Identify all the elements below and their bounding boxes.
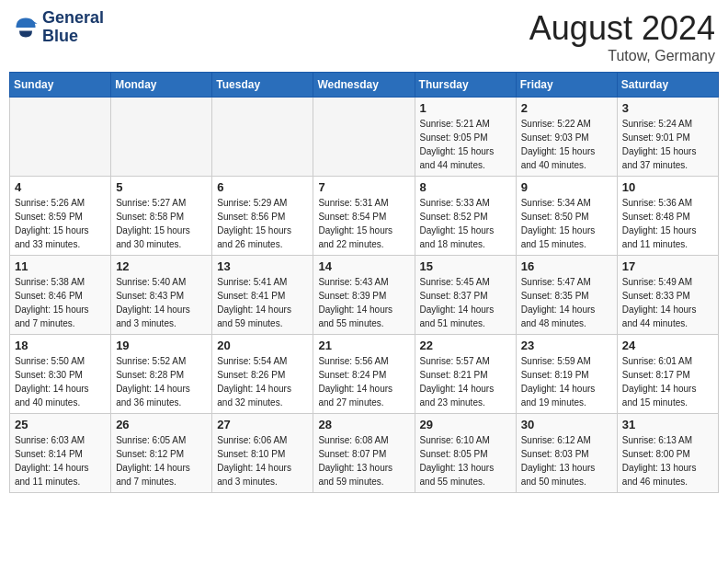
calendar-cell [212, 98, 313, 177]
calendar-cell: 28Sunrise: 6:08 AMSunset: 8:07 PMDayligh… [313, 414, 415, 493]
day-number: 7 [318, 180, 409, 194]
calendar-cell: 19Sunrise: 5:52 AMSunset: 8:28 PMDayligh… [111, 335, 212, 414]
calendar-table: SundayMondayTuesdayWednesdayThursdayFrid… [9, 72, 719, 493]
logo: General Blue [13, 9, 104, 46]
calendar-cell: 23Sunrise: 5:59 AMSunset: 8:19 PMDayligh… [516, 335, 617, 414]
day-detail: Sunrise: 5:56 AMSunset: 8:24 PMDaylight:… [318, 354, 409, 409]
calendar-cell: 2Sunrise: 5:22 AMSunset: 9:03 PMDaylight… [516, 98, 617, 177]
calendar-cell: 31Sunrise: 6:13 AMSunset: 8:00 PMDayligh… [617, 414, 718, 493]
calendar-cell [313, 98, 415, 177]
calendar-cell: 3Sunrise: 5:24 AMSunset: 9:01 PMDaylight… [617, 98, 718, 177]
calendar-cell: 14Sunrise: 5:43 AMSunset: 8:39 PMDayligh… [313, 256, 415, 335]
day-number: 16 [521, 259, 612, 273]
day-detail: Sunrise: 6:13 AMSunset: 8:00 PMDaylight:… [622, 433, 713, 488]
calendar-subtitle: Tutow, Germany [529, 48, 715, 64]
day-detail: Sunrise: 5:24 AMSunset: 9:01 PMDaylight:… [622, 117, 713, 172]
calendar-cell: 30Sunrise: 6:12 AMSunset: 8:03 PMDayligh… [516, 414, 617, 493]
day-number: 30 [521, 418, 612, 431]
calendar-cell: 10Sunrise: 5:36 AMSunset: 8:48 PMDayligh… [617, 177, 718, 256]
header-row: SundayMondayTuesdayWednesdayThursdayFrid… [10, 73, 719, 98]
title-block: August 2024 Tutow, Germany [529, 9, 715, 64]
day-detail: Sunrise: 6:10 AMSunset: 8:05 PMDaylight:… [420, 433, 511, 488]
day-detail: Sunrise: 5:49 AMSunset: 8:33 PMDaylight:… [622, 275, 713, 330]
day-detail: Sunrise: 5:40 AMSunset: 8:43 PMDaylight:… [116, 275, 207, 330]
day-header-monday: Monday [111, 73, 212, 98]
logo-line1: General [42, 9, 104, 28]
day-detail: Sunrise: 6:01 AMSunset: 8:17 PMDaylight:… [622, 354, 713, 409]
day-number: 28 [318, 418, 409, 431]
calendar-week-2: 4Sunrise: 5:26 AMSunset: 8:59 PMDaylight… [10, 177, 719, 256]
calendar-week-3: 11Sunrise: 5:38 AMSunset: 8:46 PMDayligh… [10, 256, 719, 335]
calendar-cell: 15Sunrise: 5:45 AMSunset: 8:37 PMDayligh… [415, 256, 516, 335]
day-detail: Sunrise: 5:29 AMSunset: 8:56 PMDaylight:… [217, 196, 308, 251]
day-detail: Sunrise: 5:21 AMSunset: 9:05 PMDaylight:… [420, 117, 511, 172]
calendar-cell: 8Sunrise: 5:33 AMSunset: 8:52 PMDaylight… [415, 177, 516, 256]
day-number: 17 [622, 259, 713, 273]
day-detail: Sunrise: 6:12 AMSunset: 8:03 PMDaylight:… [521, 433, 612, 488]
day-number: 14 [318, 259, 409, 273]
calendar-cell: 27Sunrise: 6:06 AMSunset: 8:10 PMDayligh… [212, 414, 313, 493]
day-detail: Sunrise: 5:47 AMSunset: 8:35 PMDaylight:… [521, 275, 612, 330]
day-detail: Sunrise: 5:43 AMSunset: 8:39 PMDaylight:… [318, 275, 409, 330]
day-number: 31 [622, 418, 713, 431]
calendar-cell: 13Sunrise: 5:41 AMSunset: 8:41 PMDayligh… [212, 256, 313, 335]
day-detail: Sunrise: 5:59 AMSunset: 8:19 PMDaylight:… [521, 354, 612, 409]
day-number: 22 [420, 339, 511, 352]
day-number: 20 [217, 339, 308, 352]
calendar-header: SundayMondayTuesdayWednesdayThursdayFrid… [10, 73, 719, 98]
calendar-week-1: 1Sunrise: 5:21 AMSunset: 9:05 PMDaylight… [10, 98, 719, 177]
day-detail: Sunrise: 5:27 AMSunset: 8:58 PMDaylight:… [116, 196, 207, 251]
day-number: 15 [420, 259, 511, 273]
day-number: 3 [622, 101, 713, 115]
day-header-sunday: Sunday [10, 73, 111, 98]
logo-text: General Blue [42, 9, 104, 46]
logo-icon [13, 15, 39, 40]
calendar-cell: 17Sunrise: 5:49 AMSunset: 8:33 PMDayligh… [617, 256, 718, 335]
day-number: 5 [116, 180, 207, 194]
day-detail: Sunrise: 5:38 AMSunset: 8:46 PMDaylight:… [15, 275, 106, 330]
day-detail: Sunrise: 5:45 AMSunset: 8:37 PMDaylight:… [420, 275, 511, 330]
calendar-cell: 18Sunrise: 5:50 AMSunset: 8:30 PMDayligh… [10, 335, 111, 414]
calendar-cell [111, 98, 212, 177]
day-number: 13 [217, 259, 308, 273]
day-detail: Sunrise: 5:26 AMSunset: 8:59 PMDaylight:… [15, 196, 106, 251]
day-number: 19 [116, 339, 207, 352]
day-detail: Sunrise: 5:36 AMSunset: 8:48 PMDaylight:… [622, 196, 713, 251]
day-number: 21 [318, 339, 409, 352]
calendar-body: 1Sunrise: 5:21 AMSunset: 9:05 PMDaylight… [10, 98, 719, 493]
day-number: 25 [15, 418, 106, 431]
calendar-cell: 7Sunrise: 5:31 AMSunset: 8:54 PMDaylight… [313, 177, 415, 256]
day-header-tuesday: Tuesday [212, 73, 313, 98]
day-detail: Sunrise: 6:03 AMSunset: 8:14 PMDaylight:… [15, 433, 106, 488]
day-header-friday: Friday [516, 73, 617, 98]
day-detail: Sunrise: 6:06 AMSunset: 8:10 PMDaylight:… [217, 433, 308, 488]
day-number: 23 [521, 339, 612, 352]
day-header-wednesday: Wednesday [313, 73, 415, 98]
day-number: 10 [622, 180, 713, 194]
day-number: 4 [15, 180, 106, 194]
day-number: 6 [217, 180, 308, 194]
day-detail: Sunrise: 5:31 AMSunset: 8:54 PMDaylight:… [318, 196, 409, 251]
day-detail: Sunrise: 5:41 AMSunset: 8:41 PMDaylight:… [217, 275, 308, 330]
calendar-cell: 1Sunrise: 5:21 AMSunset: 9:05 PMDaylight… [415, 98, 516, 177]
logo-line2: Blue [42, 28, 104, 46]
calendar-cell: 11Sunrise: 5:38 AMSunset: 8:46 PMDayligh… [10, 256, 111, 335]
calendar-cell: 6Sunrise: 5:29 AMSunset: 8:56 PMDaylight… [212, 177, 313, 256]
calendar-cell: 4Sunrise: 5:26 AMSunset: 8:59 PMDaylight… [10, 177, 111, 256]
day-number: 12 [116, 259, 207, 273]
day-detail: Sunrise: 6:05 AMSunset: 8:12 PMDaylight:… [116, 433, 207, 488]
day-detail: Sunrise: 5:34 AMSunset: 8:50 PMDaylight:… [521, 196, 612, 251]
day-number: 26 [116, 418, 207, 431]
calendar-cell: 24Sunrise: 6:01 AMSunset: 8:17 PMDayligh… [617, 335, 718, 414]
day-detail: Sunrise: 5:57 AMSunset: 8:21 PMDaylight:… [420, 354, 511, 409]
calendar-week-5: 25Sunrise: 6:03 AMSunset: 8:14 PMDayligh… [10, 414, 719, 493]
day-number: 27 [217, 418, 308, 431]
day-number: 11 [15, 259, 106, 273]
day-number: 29 [420, 418, 511, 431]
calendar-cell: 21Sunrise: 5:56 AMSunset: 8:24 PMDayligh… [313, 335, 415, 414]
page-header: General Blue August 2024 Tutow, Germany [9, 9, 719, 64]
calendar-cell: 12Sunrise: 5:40 AMSunset: 8:43 PMDayligh… [111, 256, 212, 335]
day-number: 24 [622, 339, 713, 352]
calendar-title: August 2024 [529, 9, 715, 48]
calendar-cell: 20Sunrise: 5:54 AMSunset: 8:26 PMDayligh… [212, 335, 313, 414]
